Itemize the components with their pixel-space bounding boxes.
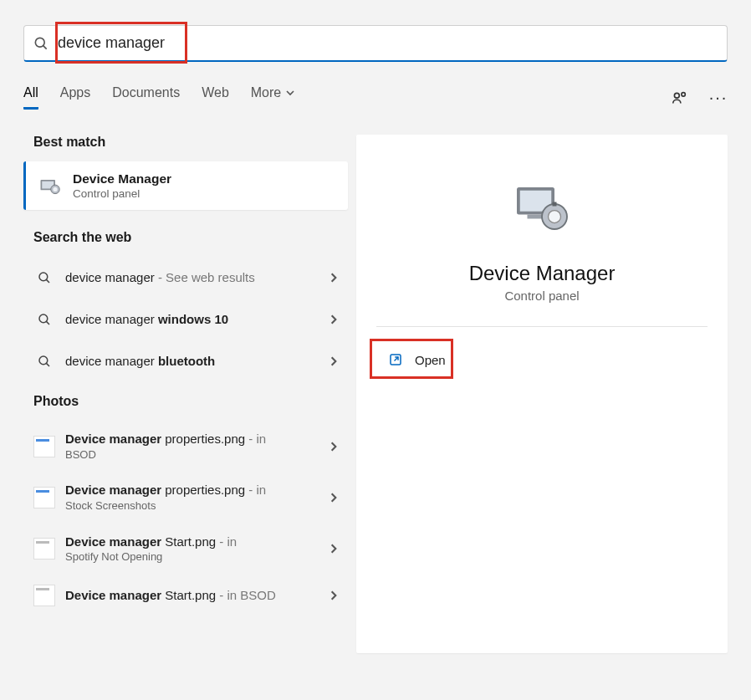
best-match-result[interactable]: Device Manager Control panel [23,161,348,210]
tab-more[interactable]: More [251,85,295,110]
photo-result-text: Device manager properties.png - in BSOD [65,431,328,462]
web-result[interactable]: device manager - See web results [23,257,348,299]
results-panel: Best match Device Manager Control panel … [23,135,348,653]
web-result[interactable]: device manager windows 10 [23,299,348,340]
image-thumb-icon [33,487,55,508]
best-match-subtitle: Control panel [73,187,171,200]
svg-point-0 [35,38,44,47]
photo-result[interactable]: Device manager Start.png - in BSOD [23,575,348,616]
chevron-right-icon [328,492,340,503]
svg-line-13 [46,363,49,366]
image-thumb-icon [33,538,55,559]
image-thumb-icon [33,585,55,606]
svg-point-8 [39,273,48,281]
photo-result-text: Device manager Start.png - in Spotify No… [65,534,328,565]
people-icon[interactable] [671,89,689,107]
search-bar-container [23,25,728,62]
svg-point-18 [549,211,561,223]
svg-line-9 [46,279,49,283]
divider [376,326,708,327]
chevron-right-icon [328,355,340,367]
device-manager-large-icon [508,175,575,242]
photo-result-text: Device manager Start.png - in BSOD [65,587,328,604]
web-result-text: device manager - See web results [65,269,328,286]
svg-rect-19 [553,202,557,207]
tab-apps[interactable]: Apps [60,85,90,110]
more-options-icon[interactable]: ··· [709,89,728,107]
svg-point-3 [682,92,685,95]
filter-tabs-row: All Apps Documents Web More ··· [23,85,728,110]
web-result-text: device manager bluetooth [65,353,328,370]
tab-web[interactable]: Web [202,85,229,110]
chevron-right-icon [328,314,340,325]
tab-all[interactable]: All [23,85,38,110]
svg-line-1 [43,45,47,49]
svg-point-2 [674,93,679,98]
search-input[interactable] [58,34,718,52]
search-icon [33,35,49,52]
search-icon [33,309,55,330]
open-external-icon [388,352,403,367]
preview-subtitle: Control panel [504,289,579,303]
svg-point-12 [39,356,48,365]
tab-more-label: More [251,85,281,100]
open-button[interactable]: Open [376,344,457,376]
best-match-title: Device Manager [73,171,171,186]
preview-panel: Device Manager Control panel Open [356,135,728,653]
svg-point-10 [39,314,48,323]
search-icon [33,267,55,289]
section-search-web: Search the web [33,230,348,245]
photo-result-text: Device manager properties.png - in Stock… [65,482,328,513]
tab-documents[interactable]: Documents [112,85,180,110]
image-thumb-icon [33,436,55,457]
chevron-right-icon [328,441,340,452]
svg-point-7 [53,187,57,192]
photo-result[interactable]: Device manager properties.png - in BSOD [23,421,348,472]
search-bar[interactable] [23,25,728,62]
open-button-label: Open [415,353,446,367]
chevron-down-icon [285,88,295,98]
chevron-right-icon [328,590,340,601]
svg-line-11 [46,321,49,324]
web-result-text: device manager windows 10 [65,311,328,328]
preview-title: Device Manager [469,262,616,285]
web-result[interactable]: device manager bluetooth [23,340,348,382]
search-icon [33,350,55,372]
section-best-match: Best match [33,135,348,150]
device-manager-icon [38,174,61,197]
chevron-right-icon [328,272,340,284]
photo-result[interactable]: Device manager Start.png - in Spotify No… [23,524,348,575]
photo-result[interactable]: Device manager properties.png - in Stock… [23,472,348,523]
chevron-right-icon [328,543,340,554]
section-photos: Photos [33,394,348,409]
